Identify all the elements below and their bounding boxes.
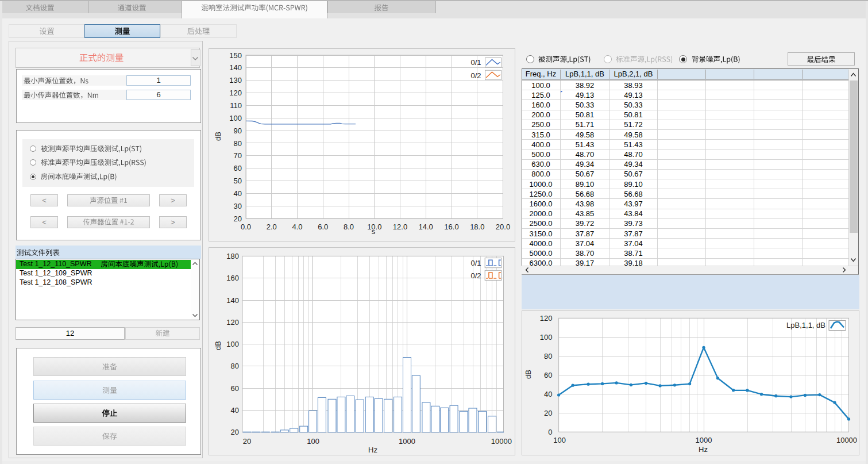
svg-text:120: 120 <box>226 318 239 327</box>
svg-text:70: 70 <box>234 151 242 160</box>
svg-text:140: 140 <box>229 63 242 72</box>
svg-text:100: 100 <box>226 340 239 348</box>
svg-text:0/1: 0/1 <box>470 58 481 67</box>
svg-text:Hz: Hz <box>368 446 377 454</box>
svg-text:1000: 1000 <box>399 437 415 446</box>
svg-text:20: 20 <box>231 428 239 436</box>
svg-text:2.0: 2.0 <box>267 223 277 231</box>
svg-text:90: 90 <box>234 126 242 135</box>
svg-text:0/2: 0/2 <box>470 71 481 80</box>
svg-text:40: 40 <box>544 390 552 398</box>
svg-text:10000: 10000 <box>491 437 512 446</box>
svg-text:20: 20 <box>234 214 242 223</box>
svg-text:60: 60 <box>544 371 552 379</box>
svg-text:50: 50 <box>234 177 242 185</box>
svg-text:20: 20 <box>243 437 251 446</box>
svg-text:120: 120 <box>540 314 553 323</box>
svg-text:10000: 10000 <box>836 436 857 444</box>
svg-text:60: 60 <box>231 384 239 393</box>
svg-text:6.0: 6.0 <box>318 223 328 231</box>
svg-text:0/2: 0/2 <box>470 271 481 280</box>
svg-text:12.0: 12.0 <box>393 223 407 231</box>
svg-text:80: 80 <box>234 139 242 148</box>
svg-text:Hz: Hz <box>699 445 708 454</box>
svg-text:60: 60 <box>234 164 242 172</box>
svg-text:4.0: 4.0 <box>292 223 302 231</box>
svg-text:LpB,1,1, dB: LpB,1,1, dB <box>786 321 825 329</box>
svg-text:160: 160 <box>226 274 239 282</box>
svg-text:40: 40 <box>231 406 239 415</box>
svg-text:100: 100 <box>307 437 319 446</box>
svg-text:20: 20 <box>544 409 552 417</box>
svg-text:0: 0 <box>548 428 552 436</box>
svg-text:100: 100 <box>540 333 553 342</box>
svg-text:30: 30 <box>234 202 242 210</box>
svg-text:14.0: 14.0 <box>419 223 433 231</box>
svg-text:dB: dB <box>524 370 533 379</box>
svg-text:8.0: 8.0 <box>344 223 354 231</box>
svg-text:s: s <box>372 227 376 236</box>
svg-text:80: 80 <box>231 362 239 370</box>
svg-text:180: 180 <box>226 252 239 260</box>
svg-text:80: 80 <box>544 352 552 361</box>
svg-text:110: 110 <box>230 101 242 110</box>
svg-text:100: 100 <box>229 114 242 122</box>
svg-text:dB: dB <box>214 341 222 350</box>
svg-text:120: 120 <box>229 89 242 97</box>
svg-text:0/1: 0/1 <box>470 259 481 267</box>
svg-text:16.0: 16.0 <box>444 223 458 231</box>
svg-text:100: 100 <box>553 436 566 444</box>
svg-text:1000: 1000 <box>696 436 712 444</box>
svg-text:20.0: 20.0 <box>496 223 510 231</box>
svg-text:150: 150 <box>229 51 242 60</box>
svg-text:0.0: 0.0 <box>241 223 251 231</box>
svg-text:18.0: 18.0 <box>470 223 484 231</box>
svg-text:140: 140 <box>226 296 239 305</box>
svg-text:40: 40 <box>234 189 242 198</box>
svg-text:dB: dB <box>214 132 222 141</box>
svg-text:130: 130 <box>229 76 242 85</box>
